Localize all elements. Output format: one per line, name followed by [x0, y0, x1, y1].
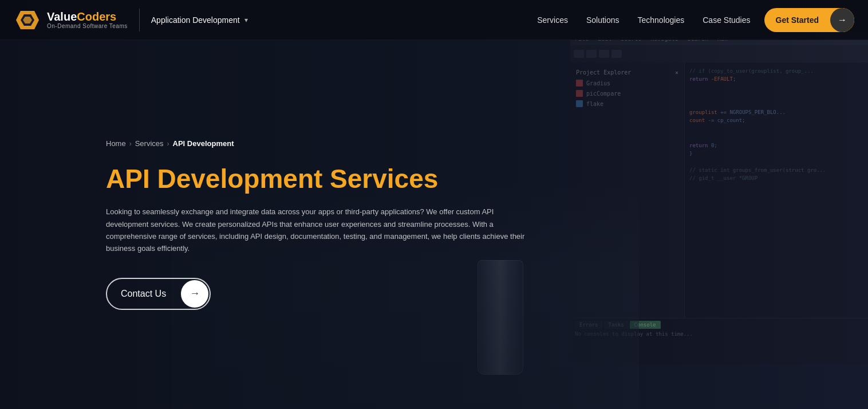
- get-started-arrow-icon: →: [830, 8, 854, 32]
- breadcrumb: Home › Services › API Development: [106, 139, 868, 148]
- logo-coders: Coders: [77, 10, 116, 23]
- nav-divider: [139, 9, 140, 32]
- get-started-label: Get Started: [764, 15, 830, 25]
- contact-us-button[interactable]: Contact Us →: [106, 278, 211, 310]
- chevron-down-icon: ▾: [244, 16, 248, 24]
- nav-link-services[interactable]: Services: [537, 15, 568, 25]
- page-title: API Development Services: [106, 164, 449, 194]
- nav-dropdown-label: Application Development: [151, 15, 240, 25]
- nav-link-technologies[interactable]: Technologies: [638, 15, 685, 25]
- breadcrumb-current: API Development: [173, 139, 234, 148]
- page-description: Looking to seamlessly exchange and integ…: [106, 206, 530, 255]
- nav-link-case-studies[interactable]: Case Studies: [703, 15, 750, 25]
- nav-dropdown-application-dev[interactable]: Application Development ▾: [151, 15, 248, 25]
- logo[interactable]: ValueCoders On-Demand Software Teams: [14, 6, 128, 34]
- breadcrumb-separator-2: ›: [167, 140, 169, 148]
- logo-title: ValueCoders: [47, 10, 128, 23]
- logo-subtitle: On-Demand Software Teams: [47, 23, 128, 29]
- contact-us-arrow-icon: →: [181, 280, 208, 308]
- nav-link-solutions[interactable]: Solutions: [586, 15, 620, 25]
- breadcrumb-services[interactable]: Services: [135, 139, 164, 148]
- nav-links: Services Solutions Technologies Case Stu…: [537, 15, 750, 25]
- breadcrumb-home[interactable]: Home: [106, 139, 126, 148]
- logo-icon: [14, 6, 41, 34]
- main-content: Home › Services › API Development API De…: [0, 40, 868, 409]
- get-started-button[interactable]: Get Started →: [764, 8, 854, 32]
- logo-text: ValueCoders On-Demand Software Teams: [47, 10, 128, 29]
- breadcrumb-separator-1: ›: [129, 140, 132, 148]
- navbar: ValueCoders On-Demand Software Teams App…: [0, 0, 868, 40]
- contact-us-label: Contact Us: [107, 289, 180, 299]
- logo-value: Value: [47, 10, 77, 23]
- logo-svg: [14, 6, 41, 34]
